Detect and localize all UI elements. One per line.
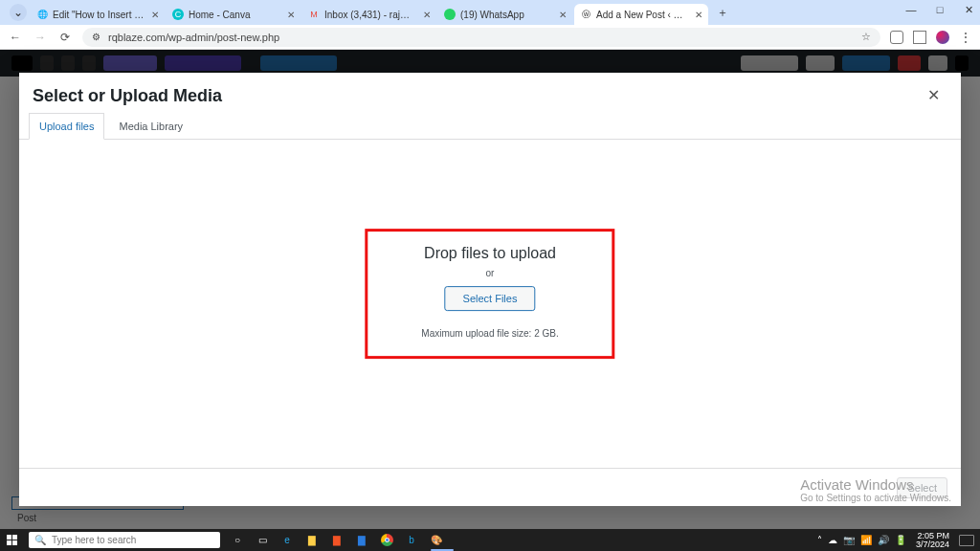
minimize-button[interactable]: — (903, 4, 919, 16)
extensions-icon[interactable] (890, 31, 903, 44)
toolbar-icons: ⋮ (890, 31, 972, 44)
search-icon: 🔍 (34, 535, 46, 545)
volume-icon[interactable]: 🔊 (878, 535, 889, 545)
meet-now-icon[interactable]: 📷 (843, 535, 855, 545)
modal-tabs: Upload files Media Library (19, 112, 961, 140)
tab-title: (19) WhatsApp (460, 10, 553, 20)
tab-title: Edit "How to Insert Media in W (53, 10, 145, 20)
action-center-icon[interactable] (959, 535, 974, 546)
tray-chevron-icon[interactable]: ˄ (817, 535, 822, 545)
dropzone-or-text: or (421, 268, 558, 278)
browser-tabstrip: ⌄ 🌐 Edit "How to Insert Media in W ✕ C H… (0, 0, 980, 25)
bing-icon[interactable]: b (400, 529, 423, 551)
canva-icon: C (172, 9, 184, 20)
mail-icon[interactable]: ▇ (350, 529, 373, 551)
onedrive-icon[interactable]: ☁ (828, 535, 837, 545)
modal-close-button[interactable]: ✕ (924, 86, 944, 104)
windows-logo-icon (7, 535, 18, 546)
new-tab-button[interactable]: ＋ (714, 4, 731, 21)
reading-list-icon[interactable] (913, 31, 926, 44)
max-upload-note: Maximum upload file size: 2 GB. (421, 328, 558, 339)
close-icon[interactable]: ✕ (151, 10, 159, 20)
window-controls: — □ ✕ (903, 4, 976, 16)
tab-edit-post[interactable]: 🌐 Edit "How to Insert Media in W ✕ (31, 4, 165, 25)
file-explorer-icon[interactable]: ▇ (301, 529, 323, 551)
address-bar[interactable]: ⚙ rqblaze.com/wp-admin/post-new.php ☆ (82, 28, 880, 47)
taskbar-clock[interactable]: 2:05 PM 3/7/2024 (912, 532, 953, 549)
close-icon[interactable]: ✕ (287, 10, 295, 20)
svg-rect-0 (7, 535, 11, 540)
tab-title: Home - Canva (189, 10, 281, 20)
close-icon[interactable]: ✕ (695, 10, 702, 20)
back-button[interactable]: ← (8, 31, 23, 44)
bookmark-star-icon[interactable]: ☆ (861, 31, 871, 43)
media-modal: Select or Upload Media ✕ Upload files Me… (19, 73, 961, 506)
start-button[interactable] (0, 529, 25, 551)
annotation-highlight-box: Drop files to upload or Select Files Max… (365, 229, 614, 359)
tab-dropdown[interactable]: ⌄ (10, 4, 27, 21)
battery-icon[interactable]: 🔋 (895, 535, 906, 545)
select-button[interactable]: Select (897, 477, 947, 498)
tab-upload-files[interactable]: Upload files (29, 113, 104, 140)
svg-rect-3 (12, 540, 17, 545)
modal-body: Drop files to upload or Select Files Max… (19, 140, 961, 468)
edge-icon[interactable]: e (276, 529, 299, 551)
profile-avatar-icon[interactable] (936, 31, 949, 44)
cortana-icon[interactable]: ○ (226, 529, 249, 551)
svg-rect-2 (7, 540, 11, 545)
windows-taskbar: 🔍 Type here to search ○ ▭ e ▇ ▇ ▇ b 🎨 ˄ … (0, 529, 980, 551)
search-placeholder: Type here to search (52, 535, 136, 545)
select-files-button[interactable]: Select Files (445, 286, 536, 311)
task-view-icon[interactable]: ▭ (251, 529, 274, 551)
close-icon[interactable]: ✕ (423, 10, 431, 20)
kebab-menu-icon[interactable]: ⋮ (959, 31, 972, 44)
whatsapp-icon (444, 9, 456, 20)
tab-canva[interactable]: C Home - Canva ✕ (167, 4, 301, 25)
close-window-button[interactable]: ✕ (961, 4, 976, 16)
paint-icon[interactable]: 🎨 (425, 529, 448, 551)
tab-add-new-post[interactable]: ⓦ Add a New Post ‹ Blaze — Wo ✕ (574, 4, 708, 25)
close-icon[interactable]: ✕ (559, 10, 567, 20)
reload-button[interactable]: ⟳ (57, 31, 73, 44)
system-tray: ˄ ☁ 📷 📶 🔊 🔋 2:05 PM 3/7/2024 (817, 529, 980, 551)
modal-title: Select or Upload Media (33, 86, 222, 106)
wifi-icon[interactable]: 📶 (860, 535, 872, 545)
app-icon[interactable]: ▇ (325, 529, 348, 551)
tab-title: Inbox (3,431) - rajmehmood51 (324, 10, 417, 20)
wordpress-icon: ⓦ (580, 9, 591, 20)
taskbar-search[interactable]: 🔍 Type here to search (29, 532, 220, 548)
dropzone-heading: Drop files to upload (421, 245, 558, 262)
site-settings-icon[interactable]: ⚙ (92, 32, 100, 42)
url-text: rqblaze.com/wp-admin/post-new.php (108, 32, 279, 43)
globe-icon: 🌐 (36, 9, 48, 20)
maximize-button[interactable]: □ (932, 4, 947, 16)
tab-whatsapp[interactable]: (19) WhatsApp ✕ (438, 4, 572, 25)
gmail-icon: M (308, 9, 320, 20)
svg-rect-1 (12, 535, 17, 540)
tab-media-library[interactable]: Media Library (108, 113, 193, 140)
tab-title: Add a New Post ‹ Blaze — Wo (596, 10, 689, 20)
forward-button[interactable]: → (33, 31, 48, 44)
chrome-icon[interactable] (375, 529, 398, 551)
tab-gmail[interactable]: M Inbox (3,431) - rajmehmood51 ✕ (302, 4, 436, 25)
clock-date: 3/7/2024 (916, 540, 949, 549)
modal-footer: Select (19, 468, 961, 506)
browser-toolbar: ← → ⟳ ⚙ rqblaze.com/wp-admin/post-new.ph… (0, 25, 980, 50)
